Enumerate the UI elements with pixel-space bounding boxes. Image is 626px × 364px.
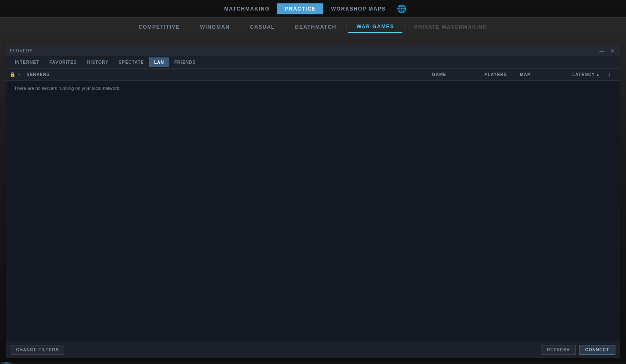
- separator-3: |: [283, 24, 287, 30]
- sort-arrow-icon: ▲: [596, 73, 600, 77]
- globe-icon[interactable]: 🌐: [394, 4, 410, 14]
- no-servers-message: There are no servers running on your loc…: [6, 81, 620, 96]
- filter-tab-internet[interactable]: INTERNET: [10, 57, 44, 67]
- tab-private-matchmaking[interactable]: PRIVATE MATCHMAKING: [406, 22, 496, 33]
- filter-tab-friends[interactable]: FRIENDS: [169, 57, 201, 67]
- filter-tab-lan[interactable]: LAN: [149, 57, 169, 67]
- servers-dialog: Servers — ✕ INTERNET FAVORITES HISTORY S…: [6, 46, 620, 358]
- filter-tab-spectate[interactable]: SPECTATE: [114, 57, 149, 67]
- info-icon: ▾: [18, 72, 25, 77]
- minimize-button[interactable]: —: [598, 49, 606, 54]
- column-players[interactable]: PLAYERS: [484, 72, 518, 77]
- refresh-button[interactable]: REFRESH: [541, 345, 576, 355]
- separator-4: |: [345, 24, 348, 30]
- nav-workshop-maps[interactable]: WORKSHOP MAPS: [323, 3, 393, 14]
- separator-1: |: [189, 24, 192, 30]
- filter-tab-favorites[interactable]: FAVORITES: [44, 57, 82, 67]
- dialog-titlebar: Servers — ✕: [6, 46, 620, 56]
- top-nav: MATCHMAKING PRACTICE WORKSHOP MAPS 🌐: [0, 0, 626, 18]
- change-filters-button[interactable]: CHANGE FILTERS: [11, 345, 64, 355]
- column-headers: 🔒 ▾ SERVERS GAME PLAYERS MAP LATENCY ▲ +: [6, 69, 620, 81]
- tab-competitive[interactable]: COMPETITIVE: [130, 22, 189, 33]
- nav-practice[interactable]: PRACTICE: [277, 3, 323, 14]
- server-list-body[interactable]: There are no servers running on your loc…: [6, 81, 620, 342]
- separator-5: |: [402, 24, 406, 30]
- bottom-right-buttons: REFRESH CONNECT: [541, 345, 615, 355]
- separator-2: |: [238, 24, 242, 30]
- add-filter-icon[interactable]: +: [608, 71, 616, 78]
- close-button[interactable]: ✕: [609, 49, 616, 54]
- dialog-title: Servers: [10, 49, 33, 53]
- tab-deathmatch[interactable]: DEATHMATCH: [287, 22, 345, 33]
- column-game[interactable]: GAME: [432, 72, 483, 77]
- column-map[interactable]: MAP: [520, 72, 571, 77]
- filter-tab-history[interactable]: HISTORY: [82, 57, 114, 67]
- progress-bar-container: [0, 362, 626, 364]
- bottom-bar: CHANGE FILTERS REFRESH CONNECT: [6, 342, 620, 358]
- progress-bar-fill: [0, 362, 13, 364]
- column-latency[interactable]: LATENCY ▲: [572, 72, 606, 77]
- latency-label: LATENCY: [572, 72, 595, 77]
- tab-wingman[interactable]: WINGMAN: [191, 22, 238, 33]
- connect-button[interactable]: CONNECT: [579, 345, 615, 355]
- nav-matchmaking[interactable]: MATCHMAKING: [216, 3, 277, 14]
- dialog-controls: — ✕: [598, 49, 616, 54]
- tab-casual[interactable]: CASUAL: [241, 22, 283, 33]
- mode-tabs: COMPETITIVE | WINGMAN | CASUAL | DEATHMA…: [0, 18, 626, 36]
- column-servers[interactable]: SERVERS: [27, 72, 430, 77]
- lock-icon: 🔒: [10, 72, 16, 77]
- tab-war-games[interactable]: WAR GAMES: [348, 21, 403, 33]
- filter-tabs: INTERNET FAVORITES HISTORY SPECTATE LAN …: [6, 56, 620, 69]
